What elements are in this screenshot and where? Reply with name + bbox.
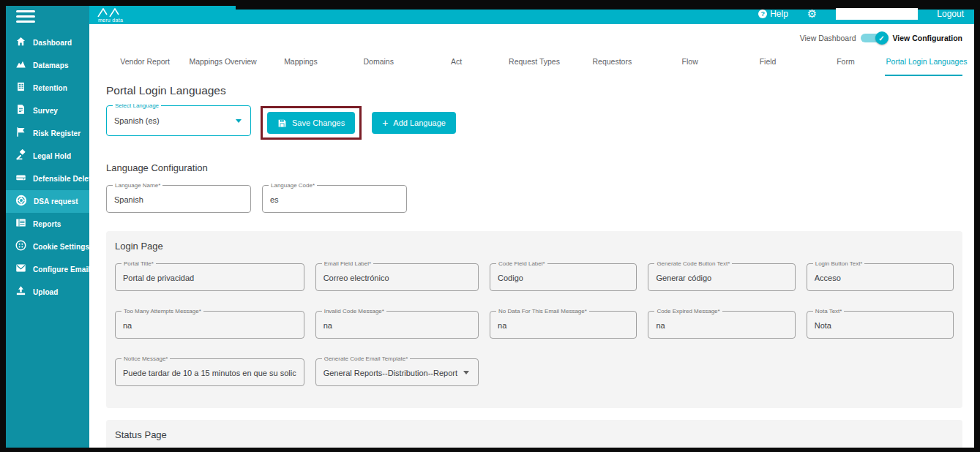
field-value: Spanish: [114, 195, 243, 204]
flag-icon: [15, 127, 26, 140]
tab-request-types[interactable]: Request Types: [495, 50, 573, 76]
sidebar-item-label: Cookie Settings: [33, 243, 89, 251]
field-label: Language Name*: [113, 182, 162, 189]
document-icon: [15, 104, 26, 118]
save-changes-button[interactable]: Save Changes: [267, 112, 355, 134]
view-toggle-row: View Dashboard ✓ View Configuration: [106, 31, 962, 45]
view-configuration-label: View Configuration: [893, 34, 962, 42]
tab-form[interactable]: Form: [807, 50, 884, 76]
generate-code-email-template-dropdown[interactable]: Generate Code Email Template* General Re…: [315, 358, 479, 386]
field-value: Portal de privacidad: [123, 274, 296, 282]
mountain-logo-icon: [97, 8, 124, 17]
main: meru data ? Help ⚙ Logout View Dashboard…: [89, 6, 974, 448]
building-icon: [15, 81, 26, 95]
language-code-field[interactable]: Language Code* es: [262, 185, 407, 213]
lifebuoy-icon: [15, 195, 27, 209]
portal-title-field[interactable]: Portal Title* Portal de privacidad: [115, 263, 304, 291]
header-white-box: [836, 8, 918, 20]
tab-act[interactable]: Act: [417, 50, 495, 76]
sidebar-item-dashboard[interactable]: Dashboard: [6, 31, 89, 54]
sidebar-item-risk-register[interactable]: Risk Register: [6, 122, 89, 145]
sidebar-item-label: Configure Email: [33, 265, 89, 274]
too-many-attempts-message-field[interactable]: Too Many Attempts Message* na: [115, 311, 304, 339]
sidebar-item-label: Retention: [33, 84, 67, 92]
logo-text: meru data: [98, 18, 123, 23]
tab-requestors[interactable]: Requestors: [573, 50, 651, 76]
sidebar-item-label: Dashboard: [33, 39, 72, 47]
tab-mappings-overview[interactable]: Mappings Overview: [184, 50, 261, 76]
sidebar-item-label: Datamaps: [33, 61, 69, 69]
select-language-dropdown[interactable]: Select Language Spanish (es): [106, 105, 251, 136]
no-data-for-this-email-message-field[interactable]: No Data For This Email Message* na: [490, 311, 637, 339]
cookie-icon: [15, 240, 26, 254]
code-field-label-field[interactable]: Code Field Label* Codigo: [490, 263, 637, 291]
meru-data-logo: meru data: [97, 8, 124, 23]
tab-portal-login-languages[interactable]: Portal Login Languages: [885, 50, 962, 76]
language-name-field[interactable]: Language Name* Spanish: [106, 185, 251, 213]
field-label: Login Button Text*: [813, 260, 865, 267]
field-label: Generate Code Email Template*: [322, 355, 411, 362]
tab-vendor-report[interactable]: Vendor Report: [106, 50, 184, 76]
language-select-row: Select Language Spanish (es) Save Change…: [106, 105, 962, 146]
field-value: Generar código: [656, 274, 787, 282]
page-title: Portal Login Languages: [106, 84, 962, 97]
invalid-code-message-field[interactable]: Invalid Code Message* na: [315, 311, 479, 339]
tab-mappings[interactable]: Mappings: [262, 50, 340, 76]
sidebar-item-configure-email[interactable]: Configure Email: [6, 258, 89, 281]
hamburger-menu-icon[interactable]: [6, 6, 89, 31]
sidebar-item-cookie-settings[interactable]: Cookie Settings: [6, 236, 89, 258]
sidebar-item-upload[interactable]: Upload: [6, 281, 89, 304]
view-toggle-switch[interactable]: ✓: [861, 34, 883, 42]
report-icon: [15, 217, 26, 231]
sidebar-item-defensible-deletion[interactable]: Defensible Deletion: [6, 167, 89, 190]
notice-message-field[interactable]: Notice Message* Puede tardar de 10 a 15 …: [115, 358, 304, 386]
sidebar-item-retention[interactable]: Retention: [6, 77, 89, 99]
code-expired-message-field[interactable]: Code Expired Message* na: [648, 311, 795, 339]
language-configuration-heading: Language Configuration: [106, 162, 962, 173]
field-label: Code Expired Message*: [654, 308, 722, 314]
chevron-down-icon: [463, 371, 469, 374]
help-button[interactable]: ? Help: [758, 9, 788, 19]
sidebar-item-label: Upload: [33, 288, 59, 296]
field-label: No Data For This Email Message*: [496, 308, 589, 314]
status-page-heading: Status Page: [115, 429, 954, 440]
save-changes-label: Save Changes: [292, 118, 345, 127]
field-label: Email Field Label*: [322, 260, 373, 267]
content: View Dashboard ✓ View Configuration Vend…: [89, 24, 974, 448]
logout-button[interactable]: Logout: [937, 9, 964, 19]
sidebar-item-reports[interactable]: Reports: [6, 213, 89, 236]
field-value: Nota: [815, 321, 946, 330]
field-label: Generate Code Button Text*: [654, 260, 732, 267]
sidebar-item-survey[interactable]: Survey: [6, 99, 89, 122]
sidebar-item-legal-hold[interactable]: Legal Hold: [6, 145, 89, 167]
field-value: na: [323, 321, 471, 330]
sidebar-item-dsa-request[interactable]: DSA request: [6, 190, 89, 213]
field-value: Acceso: [815, 274, 946, 282]
envelope-icon: [15, 263, 26, 276]
tab-domains[interactable]: Domains: [340, 50, 417, 76]
annotation-highlight-box: Save Changes: [261, 106, 362, 140]
nota-text-field[interactable]: Nota Text* Nota: [807, 311, 954, 339]
help-icon: ?: [758, 10, 767, 18]
sidebar-item-datamaps[interactable]: Datamaps: [6, 54, 89, 77]
topbar-right: ? Help ⚙ Logout: [758, 8, 964, 20]
sidebar-item-label: Survey: [33, 107, 58, 115]
login-page-fields: Portal Title* Portal de privacidad Email…: [115, 263, 954, 386]
add-language-button[interactable]: + Add Language: [372, 112, 456, 134]
field-label: Code Field Label*: [496, 260, 547, 267]
tab-flow[interactable]: Flow: [651, 50, 729, 76]
tab-field[interactable]: Field: [729, 50, 807, 76]
save-icon: [277, 118, 287, 128]
field-label: Nota Text*: [813, 308, 845, 314]
status-page-card: Status Page Active Tab Text* Completed T…: [106, 420, 962, 448]
email-field-label-field[interactable]: Email Field Label* Correo electrónico: [315, 263, 479, 291]
sidebar-item-label: Reports: [33, 220, 61, 228]
login-button-text-field[interactable]: Login Button Text* Acceso: [807, 263, 954, 291]
chevron-down-icon: [236, 119, 242, 123]
generate-code-button-text-field[interactable]: Generate Code Button Text* Generar códig…: [648, 263, 795, 291]
window-frame: Dashboard Datamaps Retention Survey Risk…: [0, 0, 980, 452]
gavel-icon: [15, 149, 26, 163]
gear-icon[interactable]: ⚙: [807, 8, 817, 19]
tab-bar: Vendor Report Mappings Overview Mappings…: [106, 50, 962, 76]
sidebar-item-label: Risk Register: [33, 129, 81, 138]
